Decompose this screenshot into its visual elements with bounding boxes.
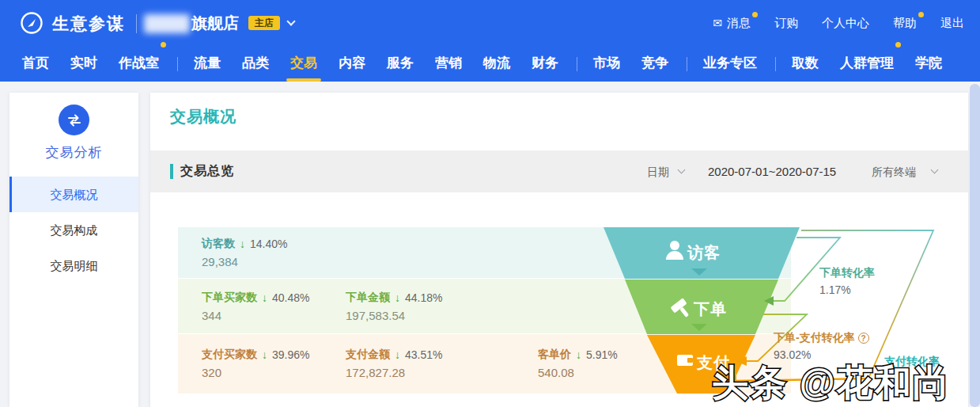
date-filter[interactable]: 日期 xyxy=(647,165,669,180)
shop-name-blurred-prefix xyxy=(144,14,190,33)
order-conversion: 下单转化率 1.17% xyxy=(819,266,875,296)
nav-service[interactable]: 服务 xyxy=(387,46,414,82)
section-accent-bar xyxy=(170,164,173,179)
page-title: 交易概况 xyxy=(170,106,236,127)
metric-value: 344 xyxy=(202,309,309,322)
metric-pay-buyers: 支付买家数 ↓ 39.96% 320 xyxy=(202,348,309,379)
down-arrow-icon: ↓ xyxy=(262,291,267,304)
nav-marketing[interactable]: 营销 xyxy=(435,46,462,82)
help-icon[interactable]: ? xyxy=(858,333,869,344)
down-arrow-icon: ↓ xyxy=(262,348,267,361)
notification-dot xyxy=(895,42,901,48)
metric-visitors: 访客数 ↓ 14.40% 29,384 xyxy=(202,237,287,268)
sidebar-item-trade-composition[interactable]: 交易构成 xyxy=(9,212,138,248)
sidebar-item-trade-overview[interactable]: 交易概况 xyxy=(9,177,138,212)
metric-label: 支付买家数 xyxy=(202,348,257,362)
funnel-stage-order-label: 下单 xyxy=(694,299,727,320)
metric-change: 14.40% xyxy=(250,238,287,250)
notification-dot xyxy=(752,12,758,17)
main-store-badge: 主店 xyxy=(248,16,280,30)
metric-value: 29,384 xyxy=(202,255,287,268)
trade-analysis-icon xyxy=(59,105,89,135)
scrollbar[interactable] xyxy=(970,84,980,407)
sidebar-menu: 交易概况 交易构成 交易明细 xyxy=(9,177,138,283)
chevron-down-icon[interactable] xyxy=(931,166,939,174)
top-bar: 生意参谋 旗舰店 主店 ✉ 消息 订购 个人中心 帮助 退出 xyxy=(0,0,980,46)
metric-value: 540.08 xyxy=(538,366,618,379)
nav-audience[interactable]: 人群管理 xyxy=(840,46,894,82)
nav-trade[interactable]: 交易 xyxy=(290,46,317,82)
nav-war-room[interactable]: 作战室 xyxy=(119,46,159,82)
conversion-value: 1.17% xyxy=(819,283,875,296)
top-menu-messages[interactable]: ✉ 消息 xyxy=(713,16,751,31)
metric-value: 320 xyxy=(202,366,309,379)
top-menu: ✉ 消息 订购 个人中心 帮助 退出 xyxy=(713,0,964,46)
nav-divider xyxy=(775,57,776,71)
metric-label: 客单价 xyxy=(538,348,571,362)
nav-divider xyxy=(687,57,687,71)
down-arrow-icon: ↓ xyxy=(576,348,581,361)
metric-label: 访客数 xyxy=(202,237,235,251)
notification-dot xyxy=(161,42,166,48)
top-menu-help[interactable]: 帮助 xyxy=(893,16,917,31)
sidebar-item-trade-detail[interactable]: 交易明细 xyxy=(9,248,138,283)
sidebar: 交易分析 交易概况 交易构成 交易明细 xyxy=(9,93,138,407)
nav-business-zone[interactable]: 业务专区 xyxy=(703,46,757,82)
metric-change: 39.96% xyxy=(272,348,309,361)
nav-competition[interactable]: 竞争 xyxy=(641,46,668,82)
nav-divider xyxy=(577,57,577,71)
shop-chevron-down-icon[interactable] xyxy=(286,17,295,25)
metric-order-buyers: 下单买家数 ↓ 40.48% 344 xyxy=(202,291,309,322)
metric-change: 44.18% xyxy=(405,291,442,304)
nav-category[interactable]: 品类 xyxy=(242,46,269,82)
down-arrow-icon: ↓ xyxy=(395,348,400,361)
nav-content[interactable]: 内容 xyxy=(339,46,365,82)
metric-label: 下单买家数 xyxy=(202,291,257,305)
top-menu-personal-center[interactable]: 个人中心 xyxy=(822,16,869,31)
metric-change: 40.48% xyxy=(272,291,309,304)
main-nav: 首页 实时 作战室 流量 品类 交易 内容 服务 营销 物流 财务 市场 竞争 … xyxy=(0,46,980,82)
metric-value: 197,583.54 xyxy=(346,309,442,322)
shop-name[interactable]: 旗舰店 xyxy=(191,13,239,34)
top-divider xyxy=(136,14,137,33)
metric-change: 5.91% xyxy=(586,348,618,361)
app-window: 生意参谋 旗舰店 主店 ✉ 消息 订购 个人中心 帮助 退出 xyxy=(0,0,980,407)
chevron-down-icon[interactable] xyxy=(678,166,686,174)
metric-label: 支付金额 xyxy=(346,348,390,362)
nav-finance[interactable]: 财务 xyxy=(532,46,558,82)
brand-name: 生意参谋 xyxy=(52,13,125,35)
metric-avg-order-value: 客单价 ↓ 5.91% 540.08 xyxy=(538,348,618,379)
top-menu-logout[interactable]: 退出 xyxy=(940,16,964,31)
down-arrow-icon: ↓ xyxy=(395,291,400,304)
mail-icon: ✉ xyxy=(713,17,722,29)
nav-data-fetch[interactable]: 取数 xyxy=(792,46,819,82)
nav-academy[interactable]: 学院 xyxy=(915,46,942,82)
metric-value: 172,827.28 xyxy=(346,366,442,379)
nav-logistics[interactable]: 物流 xyxy=(483,46,510,82)
conversion-label: 支付转化率 xyxy=(884,355,940,369)
nav-home[interactable]: 首页 xyxy=(22,46,49,82)
date-range-value[interactable]: 2020-07-01~2020-07-15 xyxy=(708,165,836,178)
section-header: 交易总览 日期 2020-07-01~2020-07-15 所有终端 xyxy=(150,150,968,192)
funnel-stage-payment-label: 支付 xyxy=(697,352,730,374)
terminal-filter[interactable]: 所有终端 xyxy=(872,165,916,180)
conversion-value: 93.02% xyxy=(774,348,869,361)
funnel-stage-visitor-label: 访客 xyxy=(687,242,721,264)
notification-dot xyxy=(918,12,924,17)
metric-change: 43.51% xyxy=(405,348,442,361)
sidebar-title: 交易分析 xyxy=(9,143,138,162)
metric-order-amount: 下单金额 ↓ 44.18% 197,583.54 xyxy=(346,291,442,322)
nav-divider xyxy=(177,57,178,71)
section-title: 交易总览 xyxy=(180,163,234,180)
metric-pay-amount: 支付金额 ↓ 43.51% 172,827.28 xyxy=(346,348,442,379)
nav-market[interactable]: 市场 xyxy=(593,46,620,82)
nav-realtime[interactable]: 实时 xyxy=(70,46,97,82)
nav-traffic[interactable]: 流量 xyxy=(194,46,221,82)
conversion-label: 下单转化率 xyxy=(819,266,875,280)
order-pay-conversion: 下单-支付转化率 ? 93.02% xyxy=(774,331,869,361)
metric-label: 下单金额 xyxy=(346,291,390,305)
down-arrow-icon: ↓ xyxy=(240,238,245,250)
pay-conversion: 支付转化率 xyxy=(884,355,940,369)
top-menu-subscribe[interactable]: 订购 xyxy=(774,16,798,31)
brand-logo-icon xyxy=(19,10,44,36)
